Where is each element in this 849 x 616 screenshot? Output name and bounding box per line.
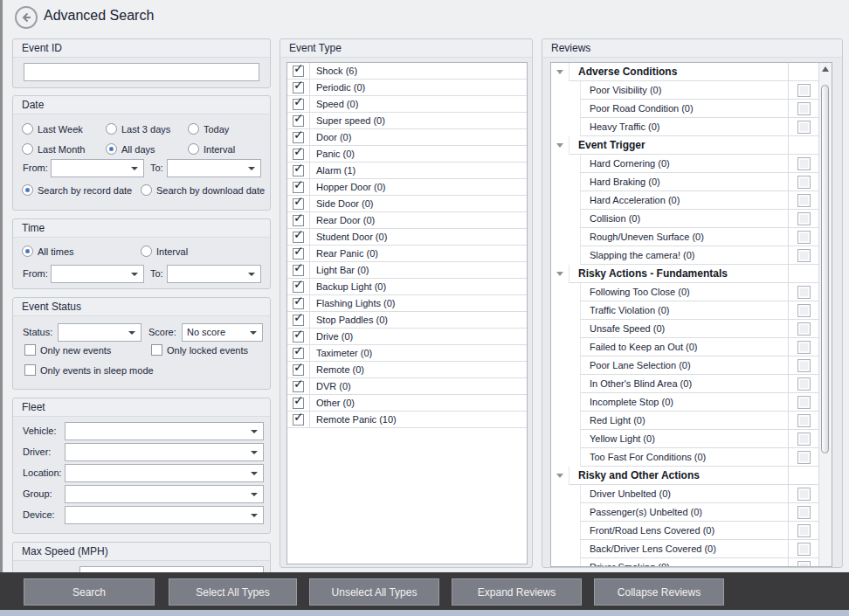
unchecked-checkbox-icon[interactable]: [797, 121, 811, 134]
event-type-row[interactable]: ✓Shock (6): [287, 63, 527, 80]
event-type-row[interactable]: ✓Backup Light (0): [287, 279, 527, 295]
review-item-row[interactable]: Slapping the camera! (0): [551, 246, 819, 265]
event-type-row[interactable]: ✓Panic (0): [287, 146, 527, 163]
review-item-row[interactable]: Passenger(s) Unbelted (0): [551, 503, 819, 522]
back-button[interactable]: [14, 5, 38, 30]
unchecked-checkbox-icon[interactable]: [797, 249, 811, 262]
radio-last-month[interactable]: Last Month: [22, 143, 85, 155]
unchecked-checkbox-icon[interactable]: [797, 543, 811, 556]
scrollbar-thumb[interactable]: [821, 85, 829, 453]
event-type-row[interactable]: ✓Periodic (0): [287, 80, 527, 96]
review-group-row[interactable]: Risky Actions - Fundamentals: [551, 265, 819, 283]
status-combo[interactable]: [58, 323, 142, 342]
event-type-row[interactable]: ✓Rear Door (0): [287, 212, 527, 229]
review-item-row[interactable]: In Other's Blind Area (0): [551, 375, 819, 393]
time-from-combo[interactable]: [51, 265, 144, 283]
unchecked-checkbox-icon[interactable]: [797, 341, 811, 354]
unchecked-checkbox-icon[interactable]: [797, 322, 811, 336]
unchecked-checkbox-icon[interactable]: [797, 451, 811, 464]
unchecked-checkbox-icon[interactable]: [797, 359, 811, 372]
reviews-scrollbar[interactable]: [818, 63, 832, 566]
checkbox-only-new-events[interactable]: Only new events: [24, 344, 111, 356]
review-item-row[interactable]: Following Too Close (0): [551, 283, 819, 301]
radio-search-by-download-date[interactable]: Search by download date: [141, 184, 265, 196]
checked-checkbox-icon[interactable]: ✓: [293, 182, 304, 193]
event-type-row[interactable]: ✓Side Door (0): [287, 196, 527, 212]
review-item-row[interactable]: Hard Braking (0): [551, 173, 819, 191]
date-from-combo[interactable]: [51, 159, 144, 177]
unchecked-checkbox-icon[interactable]: [797, 286, 811, 299]
event-type-row[interactable]: ✓Speed (0): [287, 96, 527, 113]
checked-checkbox-icon[interactable]: ✓: [293, 298, 304, 309]
unchecked-checkbox-icon[interactable]: [797, 231, 811, 244]
review-item-row[interactable]: Front/Road Lens Covered (0): [551, 522, 819, 540]
review-item-row[interactable]: Yellow Light (0): [551, 430, 819, 448]
radio-time-interval[interactable]: Interval: [141, 246, 188, 257]
event-type-row[interactable]: ✓Remote (0): [287, 362, 527, 378]
review-item-row[interactable]: Traffic Violation (0): [551, 301, 819, 320]
expand-reviews-button[interactable]: Expand Reviews: [452, 578, 582, 606]
review-item-row[interactable]: Poor Lane Selection (0): [551, 356, 819, 375]
event-type-row[interactable]: ✓Hopper Door (0): [287, 179, 527, 196]
unchecked-checkbox-icon[interactable]: [797, 524, 811, 537]
event-type-row[interactable]: ✓Light Bar (0): [287, 262, 527, 279]
select-all-types-button[interactable]: Select All Types: [169, 578, 297, 606]
checked-checkbox-icon[interactable]: ✓: [293, 232, 304, 243]
review-group-row[interactable]: Event Trigger: [551, 136, 819, 155]
checked-checkbox-icon[interactable]: ✓: [293, 66, 304, 77]
unchecked-checkbox-icon[interactable]: [797, 396, 811, 409]
time-to-combo[interactable]: [167, 265, 261, 283]
event-type-row[interactable]: ✓Rear Panic (0): [287, 246, 527, 262]
review-item-row[interactable]: Hard Cornering (0): [551, 155, 819, 173]
collapse-reviews-button[interactable]: Collapse Reviews: [594, 578, 724, 606]
radio-last-week[interactable]: Last Week: [22, 123, 83, 135]
driver-combo[interactable]: [65, 443, 264, 461]
radio-all-days[interactable]: All days: [106, 143, 155, 155]
review-item-row[interactable]: Heavy Traffic (0): [551, 118, 819, 136]
checked-checkbox-icon[interactable]: ✓: [293, 364, 304, 376]
event-type-row[interactable]: ✓Flashing Lights (0): [287, 295, 527, 312]
unchecked-checkbox-icon[interactable]: [797, 377, 811, 391]
review-item-row[interactable]: Too Fast For Conditions (0): [551, 448, 819, 467]
review-item-row[interactable]: Collision (0): [551, 210, 819, 228]
radio-search-by-record-date[interactable]: Search by record date: [22, 184, 132, 196]
collapse-arrow-icon[interactable]: [556, 272, 563, 276]
event-type-row[interactable]: ✓Super speed (0): [287, 113, 527, 129]
checked-checkbox-icon[interactable]: ✓: [293, 398, 304, 409]
unchecked-checkbox-icon[interactable]: [797, 194, 811, 207]
checked-checkbox-icon[interactable]: ✓: [293, 315, 304, 326]
unselect-all-types-button[interactable]: Unselect All Types: [309, 578, 439, 606]
review-group-row[interactable]: Adverse Conditions: [551, 63, 819, 81]
radio-interval[interactable]: Interval: [188, 143, 235, 155]
review-item-row[interactable]: Incomplete Stop (0): [551, 393, 819, 412]
checked-checkbox-icon[interactable]: ✓: [293, 99, 304, 110]
event-id-input[interactable]: [24, 63, 259, 81]
unchecked-checkbox-icon[interactable]: [797, 433, 811, 446]
event-type-row[interactable]: ✓Other (0): [287, 395, 527, 412]
review-item-row[interactable]: Poor Visibility (0): [551, 81, 819, 100]
event-type-row[interactable]: ✓Student Door (0): [287, 229, 527, 246]
unchecked-checkbox-icon[interactable]: [797, 561, 811, 568]
checked-checkbox-icon[interactable]: ✓: [293, 198, 304, 210]
checked-checkbox-icon[interactable]: ✓: [293, 381, 304, 392]
date-to-combo[interactable]: [167, 159, 261, 177]
checked-checkbox-icon[interactable]: ✓: [293, 414, 304, 426]
review-item-row[interactable]: Red Light (0): [551, 412, 819, 430]
radio-today[interactable]: Today: [188, 123, 229, 135]
checked-checkbox-icon[interactable]: ✓: [293, 132, 304, 143]
radio-last-3-days[interactable]: Last 3 days: [106, 123, 170, 135]
unchecked-checkbox-icon[interactable]: [797, 84, 811, 97]
unchecked-checkbox-icon[interactable]: [797, 414, 811, 427]
scroll-up-icon[interactable]: [822, 66, 829, 72]
review-item-row[interactable]: Unsafe Speed (0): [551, 320, 819, 338]
collapse-arrow-icon[interactable]: [556, 474, 563, 478]
collapse-arrow-icon[interactable]: [556, 143, 563, 148]
checked-checkbox-icon[interactable]: ✓: [293, 115, 304, 127]
unchecked-checkbox-icon[interactable]: [797, 506, 811, 519]
checked-checkbox-icon[interactable]: ✓: [293, 248, 304, 260]
checked-checkbox-icon[interactable]: ✓: [293, 215, 304, 226]
review-item-row[interactable]: Hard Acceleration (0): [551, 191, 819, 210]
unchecked-checkbox-icon[interactable]: [797, 157, 811, 170]
device-combo[interactable]: [65, 506, 264, 524]
unchecked-checkbox-icon[interactable]: [797, 102, 811, 115]
